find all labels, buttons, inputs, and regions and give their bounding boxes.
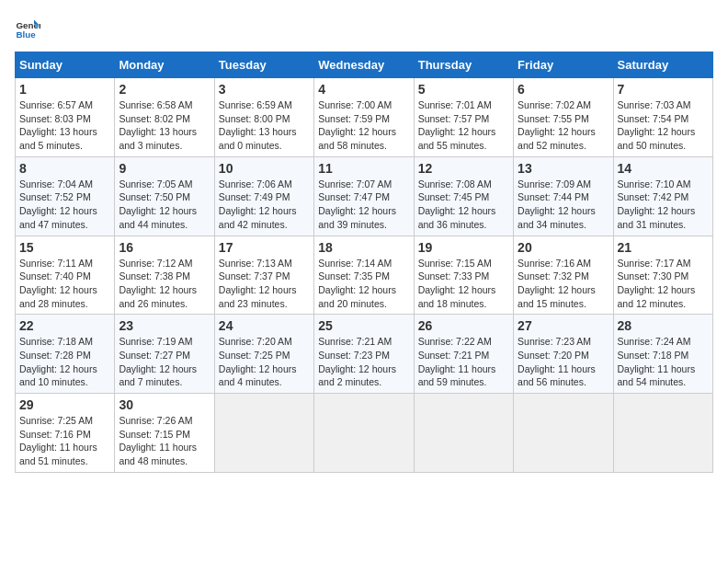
calendar-cell: 2Sunrise: 6:58 AM Sunset: 8:02 PM Daylig…	[115, 78, 214, 157]
day-info: Sunrise: 7:26 AM Sunset: 7:15 PM Dayligh…	[119, 414, 210, 468]
day-number: 5	[418, 82, 509, 97]
day-info: Sunrise: 7:16 AM Sunset: 7:32 PM Dayligh…	[518, 257, 609, 311]
day-number: 2	[119, 82, 210, 97]
day-info: Sunrise: 7:05 AM Sunset: 7:50 PM Dayligh…	[119, 178, 210, 232]
day-number: 11	[318, 161, 409, 176]
day-info: Sunrise: 7:06 AM Sunset: 7:49 PM Dayligh…	[219, 178, 310, 232]
day-info: Sunrise: 6:58 AM Sunset: 8:02 PM Dayligh…	[119, 98, 210, 153]
day-number: 28	[618, 318, 709, 333]
day-number: 26	[418, 318, 509, 333]
day-number: 9	[119, 161, 210, 176]
calendar-header: SundayMondayTuesdayWednesdayThursdayFrid…	[16, 52, 713, 78]
day-info: Sunrise: 7:07 AM Sunset: 7:47 PM Dayligh…	[318, 178, 409, 232]
calendar-cell: 3Sunrise: 6:59 AM Sunset: 8:00 PM Daylig…	[214, 78, 313, 157]
day-info: Sunrise: 7:10 AM Sunset: 7:42 PM Dayligh…	[618, 178, 709, 232]
day-number: 8	[19, 161, 110, 176]
calendar-week-3: 15Sunrise: 7:11 AM Sunset: 7:40 PM Dayli…	[16, 236, 713, 315]
calendar-cell: 6Sunrise: 7:02 AM Sunset: 7:55 PM Daylig…	[514, 78, 613, 157]
calendar-week-1: 1Sunrise: 6:57 AM Sunset: 8:03 PM Daylig…	[16, 78, 713, 157]
calendar-header-friday: Friday	[514, 52, 613, 78]
day-number: 14	[618, 161, 709, 176]
day-number: 15	[19, 240, 110, 255]
calendar-cell: 7Sunrise: 7:03 AM Sunset: 7:54 PM Daylig…	[613, 78, 712, 157]
day-number: 3	[219, 82, 310, 97]
calendar-week-5: 29Sunrise: 7:25 AM Sunset: 7:16 PM Dayli…	[16, 394, 713, 473]
day-info: Sunrise: 6:59 AM Sunset: 8:00 PM Dayligh…	[219, 98, 310, 153]
day-number: 10	[219, 161, 310, 176]
calendar-cell	[613, 394, 712, 473]
day-number: 25	[318, 318, 409, 333]
calendar-cell	[314, 394, 414, 473]
calendar-cell: 28Sunrise: 7:24 AM Sunset: 7:18 PM Dayli…	[613, 315, 712, 394]
calendar-table: SundayMondayTuesdayWednesdayThursdayFrid…	[15, 52, 713, 473]
day-number: 6	[518, 82, 609, 97]
calendar-cell: 5Sunrise: 7:01 AM Sunset: 7:57 PM Daylig…	[414, 78, 513, 157]
calendar-cell	[514, 394, 613, 473]
calendar-cell: 4Sunrise: 7:00 AM Sunset: 7:59 PM Daylig…	[314, 78, 414, 157]
calendar-cell: 20Sunrise: 7:16 AM Sunset: 7:32 PM Dayli…	[514, 236, 613, 315]
day-info: Sunrise: 7:21 AM Sunset: 7:23 PM Dayligh…	[318, 335, 409, 389]
day-number: 19	[418, 240, 509, 255]
calendar-header-wednesday: Wednesday	[314, 52, 414, 78]
day-info: Sunrise: 7:20 AM Sunset: 7:25 PM Dayligh…	[219, 335, 310, 389]
calendar-cell: 11Sunrise: 7:07 AM Sunset: 7:47 PM Dayli…	[314, 156, 414, 236]
calendar-cell: 14Sunrise: 7:10 AM Sunset: 7:42 PM Dayli…	[613, 156, 712, 236]
calendar-cell: 26Sunrise: 7:22 AM Sunset: 7:21 PM Dayli…	[414, 315, 513, 394]
day-number: 30	[119, 397, 210, 412]
calendar-header-sunday: Sunday	[16, 52, 115, 78]
calendar-cell: 1Sunrise: 6:57 AM Sunset: 8:03 PM Daylig…	[16, 78, 115, 157]
calendar-cell: 21Sunrise: 7:17 AM Sunset: 7:30 PM Dayli…	[613, 236, 712, 315]
day-number: 12	[418, 161, 509, 176]
calendar-cell: 27Sunrise: 7:23 AM Sunset: 7:20 PM Dayli…	[514, 315, 613, 394]
calendar-cell: 29Sunrise: 7:25 AM Sunset: 7:16 PM Dayli…	[16, 394, 115, 473]
day-info: Sunrise: 7:13 AM Sunset: 7:37 PM Dayligh…	[219, 257, 310, 311]
calendar-cell: 17Sunrise: 7:13 AM Sunset: 7:37 PM Dayli…	[214, 236, 313, 315]
day-info: Sunrise: 7:08 AM Sunset: 7:45 PM Dayligh…	[418, 178, 509, 232]
calendar-cell: 23Sunrise: 7:19 AM Sunset: 7:27 PM Dayli…	[115, 315, 214, 394]
day-number: 23	[119, 318, 210, 333]
day-info: Sunrise: 7:04 AM Sunset: 7:52 PM Dayligh…	[19, 178, 110, 232]
day-info: Sunrise: 7:14 AM Sunset: 7:35 PM Dayligh…	[318, 257, 409, 311]
day-info: Sunrise: 7:18 AM Sunset: 7:28 PM Dayligh…	[19, 335, 110, 389]
day-info: Sunrise: 7:23 AM Sunset: 7:20 PM Dayligh…	[518, 335, 609, 389]
day-number: 29	[19, 397, 110, 412]
calendar-week-2: 8Sunrise: 7:04 AM Sunset: 7:52 PM Daylig…	[16, 156, 713, 236]
day-number: 20	[518, 240, 609, 255]
day-info: Sunrise: 7:17 AM Sunset: 7:30 PM Dayligh…	[618, 257, 709, 311]
calendar-header-monday: Monday	[115, 52, 214, 78]
calendar-cell: 18Sunrise: 7:14 AM Sunset: 7:35 PM Dayli…	[314, 236, 414, 315]
calendar-cell: 15Sunrise: 7:11 AM Sunset: 7:40 PM Dayli…	[16, 236, 115, 315]
day-number: 17	[219, 240, 310, 255]
day-number: 13	[518, 161, 609, 176]
day-info: Sunrise: 7:09 AM Sunset: 7:44 PM Dayligh…	[518, 178, 609, 232]
calendar-header-saturday: Saturday	[613, 52, 712, 78]
day-number: 7	[618, 82, 709, 97]
calendar-cell	[214, 394, 313, 473]
calendar-cell: 22Sunrise: 7:18 AM Sunset: 7:28 PM Dayli…	[16, 315, 115, 394]
day-number: 22	[19, 318, 110, 333]
day-info: Sunrise: 7:19 AM Sunset: 7:27 PM Dayligh…	[119, 335, 210, 389]
day-info: Sunrise: 7:03 AM Sunset: 7:54 PM Dayligh…	[618, 98, 709, 153]
calendar-cell: 12Sunrise: 7:08 AM Sunset: 7:45 PM Dayli…	[414, 156, 513, 236]
calendar-cell: 13Sunrise: 7:09 AM Sunset: 7:44 PM Dayli…	[514, 156, 613, 236]
calendar-cell: 8Sunrise: 7:04 AM Sunset: 7:52 PM Daylig…	[16, 156, 115, 236]
day-number: 21	[618, 240, 709, 255]
day-number: 16	[119, 240, 210, 255]
calendar-cell: 9Sunrise: 7:05 AM Sunset: 7:50 PM Daylig…	[115, 156, 214, 236]
calendar-header-thursday: Thursday	[414, 52, 513, 78]
calendar-cell: 24Sunrise: 7:20 AM Sunset: 7:25 PM Dayli…	[214, 315, 313, 394]
calendar-cell: 19Sunrise: 7:15 AM Sunset: 7:33 PM Dayli…	[414, 236, 513, 315]
logo-icon: General Blue	[15, 15, 40, 40]
day-info: Sunrise: 7:25 AM Sunset: 7:16 PM Dayligh…	[19, 414, 110, 468]
day-number: 4	[318, 82, 409, 97]
day-info: Sunrise: 7:12 AM Sunset: 7:38 PM Dayligh…	[119, 257, 210, 311]
calendar-cell: 30Sunrise: 7:26 AM Sunset: 7:15 PM Dayli…	[115, 394, 214, 473]
day-info: Sunrise: 7:00 AM Sunset: 7:59 PM Dayligh…	[318, 98, 409, 153]
calendar-cell: 25Sunrise: 7:21 AM Sunset: 7:23 PM Dayli…	[314, 315, 414, 394]
day-info: Sunrise: 7:11 AM Sunset: 7:40 PM Dayligh…	[19, 257, 110, 311]
day-info: Sunrise: 7:01 AM Sunset: 7:57 PM Dayligh…	[418, 98, 509, 153]
day-info: Sunrise: 7:24 AM Sunset: 7:18 PM Dayligh…	[618, 335, 709, 389]
day-info: Sunrise: 7:15 AM Sunset: 7:33 PM Dayligh…	[418, 257, 509, 311]
day-number: 1	[19, 82, 110, 97]
calendar-week-4: 22Sunrise: 7:18 AM Sunset: 7:28 PM Dayli…	[16, 315, 713, 394]
